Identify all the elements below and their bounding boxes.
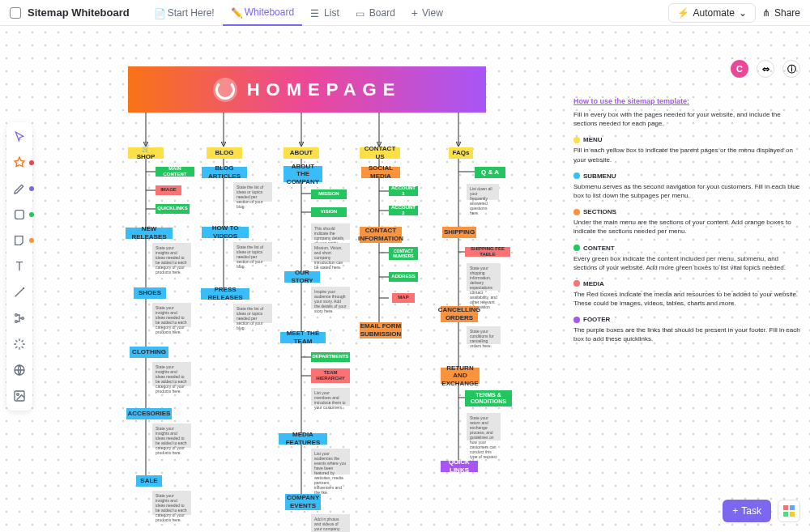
info-icon[interactable]: ⓘ — [782, 60, 800, 78]
tree-tool[interactable] — [10, 309, 29, 328]
note-shop2[interactable]: State your insights and ideas needed to … — [152, 303, 191, 327]
note-shop5[interactable]: State your insights and ideas needed to … — [152, 491, 191, 515]
node-blog-articles[interactable]: BLOG ARTICLES — [202, 167, 247, 178]
node-address[interactable]: ADDRESS — [389, 272, 418, 282]
apps-button[interactable] — [778, 500, 800, 522]
note-faq3[interactable]: State your conditions for cancelling ord… — [467, 326, 501, 344]
note-about6[interactable]: Add in photos and videos of your company… — [311, 514, 350, 532]
fit-icon[interactable]: ⇔ — [757, 60, 774, 78]
note-faq4[interactable]: State your return and exchange process, … — [467, 413, 501, 440]
note-blog1[interactable]: State the list of ideas or topics needed… — [233, 182, 272, 202]
node-meet-team[interactable]: MEET THE TEAM — [280, 332, 326, 343]
info-submenu-h: SUBMENU — [583, 172, 616, 180]
node-clothing[interactable]: CLOTHING — [130, 347, 168, 358]
info-sections-t: Under the main menu are the sections of … — [573, 218, 800, 236]
node-our-story[interactable]: OUR STORY — [284, 271, 320, 283]
node-cancelling[interactable]: CANCELLING ORDERS — [441, 306, 478, 322]
node-terms[interactable]: TERMS & CONDITIONS — [465, 390, 512, 406]
tab-add-view[interactable]: +View — [403, 0, 451, 26]
node-mission[interactable]: MISSION — [311, 189, 347, 199]
homepage-banner[interactable]: HOMEPAGE — [128, 66, 486, 113]
node-sale[interactable]: SALE — [136, 475, 162, 487]
note-about5[interactable]: List your audiences the events where you… — [311, 449, 350, 475]
node-image[interactable]: IMAGE — [156, 185, 181, 195]
whiteboard-canvas[interactable]: C ⇔ ⓘ HOMEPAGE 🛒 SHOP BLOG ABOUT CONTACT… — [0, 26, 810, 532]
note-shop3[interactable]: State your insights and ideas needed to … — [152, 362, 191, 386]
note-faq2[interactable]: State your shipping information, deliver… — [467, 263, 501, 291]
cursor-tool[interactable] — [10, 127, 29, 147]
tab-label: View — [422, 7, 443, 19]
connector-tool[interactable] — [10, 283, 29, 302]
sticky-tool[interactable] — [10, 231, 29, 250]
header-left: Sitemap Whiteboard — [10, 6, 130, 19]
menu-blog[interactable]: BLOG — [207, 147, 242, 159]
header-right: ⚡Automate⌄ ⋔Share — [668, 3, 800, 23]
tab-board[interactable]: ▭Board — [347, 0, 403, 26]
note-about1[interactable]: This should indicate the company details… — [311, 223, 350, 240]
task-button[interactable]: +Task — [723, 500, 771, 522]
node-account2[interactable]: ACCOUNT 2 — [389, 206, 418, 215]
menu-contact[interactable]: CONTACT US — [360, 147, 400, 159]
node-departments[interactable]: DEPARTMENTS — [311, 352, 350, 362]
web-tool[interactable] — [10, 360, 29, 380]
board-icon: ▭ — [356, 8, 365, 18]
note-faq1[interactable]: List down all your frequently answered q… — [467, 184, 499, 200]
info-content-h: CONTENT — [583, 245, 615, 252]
node-contact-info[interactable]: CONTACT INFORMATION — [360, 227, 402, 243]
automate-label: Automate — [693, 7, 735, 19]
node-quick-links[interactable]: QUICK LINKS — [441, 461, 478, 472]
note-about4[interactable]: List your members and introduce them to … — [311, 388, 350, 406]
node-company-events[interactable]: COMPANY EVENTS — [285, 494, 321, 510]
node-shipping-fee[interactable]: SHIPPING FEE TABLE — [465, 247, 510, 257]
node-contact-numbers[interactable]: CONTACT NUMBERS — [389, 247, 418, 260]
tab-whiteboard[interactable]: ✏️Whiteboard — [223, 0, 302, 26]
node-email-form[interactable]: EMAIL FORM SUBMISSION — [360, 322, 402, 338]
svg-rect-25 — [15, 210, 24, 219]
share-button[interactable]: ⋔Share — [762, 7, 800, 19]
note-about3[interactable]: Inspire your audience through your story… — [311, 287, 350, 309]
tab-start-here[interactable]: 📄Start Here! — [146, 0, 223, 26]
ai-tool[interactable] — [10, 334, 29, 354]
text-tool[interactable] — [10, 257, 29, 276]
info-footer-h: FOOTER — [583, 316, 610, 323]
automate-button[interactable]: ⚡Automate⌄ — [668, 3, 756, 23]
node-accessories[interactable]: ACCESORIES — [126, 408, 172, 419]
menu-shop[interactable]: 🛒 SHOP — [128, 147, 164, 159]
note-blog3[interactable]: State the list of ideas or topics needed… — [233, 304, 272, 323]
note-blog2[interactable]: State the list of ideas or topics needed… — [233, 242, 272, 262]
image-tool[interactable] — [10, 386, 29, 406]
node-team-hierarchy[interactable]: TEAM HIERARCHY — [311, 368, 350, 383]
tab-list[interactable]: ☰List — [302, 0, 347, 26]
node-shipping[interactable]: SHIPPING — [442, 227, 476, 238]
node-media-features[interactable]: MEDIA FEATURES — [279, 433, 327, 445]
node-how-to-videos[interactable]: HOW TO VIDEOS — [202, 227, 249, 238]
node-qa[interactable]: Q & A — [475, 167, 505, 178]
node-social-media[interactable]: SOCIAL MEDIA — [361, 167, 400, 178]
task-label: Task — [741, 505, 761, 517]
avatar[interactable]: C — [731, 60, 748, 78]
svg-point-27 — [15, 320, 18, 322]
node-new-releases[interactable]: NEW RELEASES — [126, 228, 173, 239]
plus-icon: + — [411, 6, 418, 19]
node-quicklinks[interactable]: QUICKLINKS — [156, 204, 190, 214]
node-shoes[interactable]: SHOES — [134, 287, 166, 299]
pen-tool[interactable] — [10, 179, 29, 198]
node-about-company[interactable]: ABOUT THE COMPANY — [284, 166, 322, 182]
node-return-exchange[interactable]: RETURN AND EXCHANGE — [441, 368, 480, 384]
node-vision[interactable]: VISION — [311, 207, 347, 217]
node-main-content[interactable]: MAIN CONTENT — [156, 167, 194, 177]
node-press-releases[interactable]: PRESS RELEASES — [201, 288, 249, 300]
node-map[interactable]: MAP — [392, 293, 415, 303]
info-panel: How to use the sitemap template: Fill in… — [573, 97, 800, 352]
note-shop4[interactable]: State your insights and ideas needed to … — [152, 423, 191, 448]
tool-dot — [29, 186, 34, 191]
menu-faqs[interactable]: FAQs — [449, 147, 473, 159]
note-about2[interactable]: Mission, Vision, and short company intro… — [311, 243, 350, 262]
shape-tool[interactable] — [10, 205, 29, 224]
homepage-text: HOMEPAGE — [247, 79, 402, 100]
info-title: How to use the sitemap template: — [573, 97, 800, 105]
menu-about[interactable]: ABOUT — [284, 147, 319, 159]
task-tool[interactable] — [10, 153, 29, 172]
node-account1[interactable]: ACCOUNT 1 — [389, 186, 418, 196]
note-shop1[interactable]: State your insights and ideas needed to … — [152, 243, 191, 267]
